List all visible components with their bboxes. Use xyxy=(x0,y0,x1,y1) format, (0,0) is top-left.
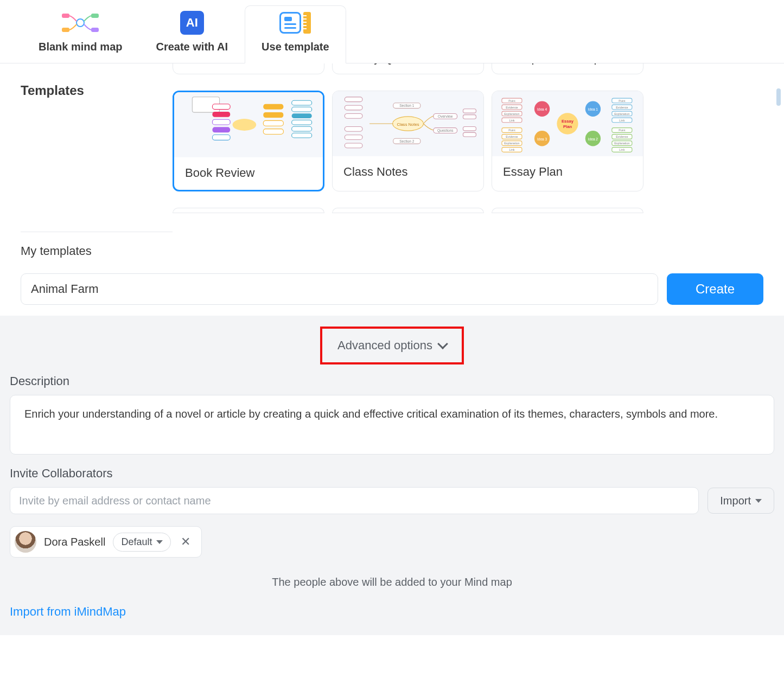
svg-text:Explanation: Explanation xyxy=(614,142,629,145)
svg-rect-21 xyxy=(292,133,312,138)
template-card[interactable] xyxy=(332,208,484,213)
svg-text:Point: Point xyxy=(619,99,626,103)
svg-text:Idea 3: Idea 3 xyxy=(537,137,547,141)
template-card-class-notes[interactable]: Class Notes Section 1 Section 2 Overview… xyxy=(332,91,484,191)
svg-point-6 xyxy=(233,119,257,131)
divider xyxy=(21,232,173,232)
description-textarea[interactable]: Enrich your understanding of a novel or … xyxy=(10,395,774,455)
svg-rect-36 xyxy=(345,135,362,140)
collaborator-name: Dora Paskell xyxy=(44,536,105,548)
svg-text:Explanation: Explanation xyxy=(504,142,519,145)
svg-text:Class Notes: Class Notes xyxy=(397,122,419,127)
svg-rect-15 xyxy=(263,129,283,135)
advanced-options-label: Advanced options xyxy=(337,338,432,353)
template-card-book-review[interactable]: Book Review xyxy=(173,91,324,191)
tab-create-with-ai[interactable]: AI Create with AI xyxy=(139,5,245,63)
svg-text:Explanation: Explanation xyxy=(504,112,519,116)
svg-text:Section 2: Section 2 xyxy=(399,139,415,143)
svg-rect-39 xyxy=(463,115,476,119)
template-card[interactable]: 8-Step Leadership D... xyxy=(492,63,643,74)
svg-rect-38 xyxy=(463,109,476,113)
creation-tabs: Blank mind map AI Create with AI Use tem… xyxy=(0,0,784,63)
svg-text:Evidence: Evidence xyxy=(616,106,628,109)
template-card-label: Class Notes xyxy=(333,156,483,189)
template-thumb xyxy=(174,92,323,157)
svg-rect-19 xyxy=(292,120,312,125)
tab-label: Blank mind map xyxy=(39,41,122,53)
ai-icon: AI xyxy=(180,11,204,34)
svg-rect-33 xyxy=(345,105,362,110)
svg-rect-35 xyxy=(345,126,362,131)
svg-rect-41 xyxy=(463,132,476,137)
svg-text:Explanation: Explanation xyxy=(614,112,629,116)
svg-rect-2 xyxy=(62,28,69,32)
svg-text:Overview: Overview xyxy=(438,114,453,118)
advanced-options-toggle[interactable]: Advanced options xyxy=(320,327,464,364)
template-card-label: 6 Daily Questions xyxy=(333,63,483,74)
svg-rect-1 xyxy=(62,14,69,18)
role-dropdown[interactable]: Default xyxy=(113,533,171,552)
template-thumb: Essay Plan Idea 4 Idea 3 Idea 1 Idea 2 P… xyxy=(492,91,643,156)
svg-text:Essay: Essay xyxy=(562,119,574,124)
description-label: Description xyxy=(10,374,774,388)
tab-label: Create with AI xyxy=(156,41,228,53)
svg-rect-18 xyxy=(292,113,312,118)
tab-blank-mind-map[interactable]: Blank mind map xyxy=(22,5,139,63)
caret-down-icon xyxy=(156,540,163,544)
svg-rect-13 xyxy=(263,112,283,118)
svg-rect-11 xyxy=(212,135,230,140)
svg-rect-16 xyxy=(292,100,312,105)
template-card-essay-plan[interactable]: Essay Plan Idea 4 Idea 3 Idea 1 Idea 2 P… xyxy=(492,91,643,191)
scrollbar-thumb[interactable] xyxy=(776,88,781,106)
svg-rect-14 xyxy=(263,120,283,126)
tab-label: Use template xyxy=(262,41,329,53)
svg-text:Evidence: Evidence xyxy=(506,106,518,109)
svg-rect-3 xyxy=(91,14,99,18)
import-label: Import xyxy=(720,495,751,507)
template-card[interactable]: 6 Daily Questions xyxy=(332,63,484,74)
svg-rect-37 xyxy=(345,143,362,148)
templates-heading: Templates xyxy=(21,83,173,98)
template-card-label: Essay Plan xyxy=(492,156,643,189)
svg-text:Section 1: Section 1 xyxy=(399,104,415,107)
svg-text:Point: Point xyxy=(508,99,515,103)
tab-use-template[interactable]: Use template xyxy=(245,5,346,63)
svg-text:Point: Point xyxy=(619,129,626,132)
template-card[interactable] xyxy=(173,208,324,213)
svg-text:Point: Point xyxy=(508,129,515,132)
svg-rect-8 xyxy=(212,112,230,117)
svg-point-0 xyxy=(77,19,84,27)
avatar xyxy=(15,531,36,553)
template-thumb: Class Notes Section 1 Section 2 Overview… xyxy=(333,91,483,156)
mindmap-icon xyxy=(59,11,102,34)
svg-text:Link: Link xyxy=(619,148,624,151)
svg-text:Questions: Questions xyxy=(437,129,454,133)
svg-text:Idea 4: Idea 4 xyxy=(537,107,547,111)
svg-rect-20 xyxy=(292,126,312,131)
template-card-label: Book Review xyxy=(174,157,323,190)
svg-text:Idea 2: Idea 2 xyxy=(588,137,598,141)
import-from-imindmap-link[interactable]: Import from iMindMap xyxy=(10,605,126,619)
collaborator-chip: Dora Paskell Default ✕ xyxy=(10,526,202,558)
svg-rect-34 xyxy=(345,113,362,118)
template-card[interactable] xyxy=(492,208,643,213)
remove-collaborator-button[interactable]: ✕ xyxy=(179,535,193,549)
import-button[interactable]: Import xyxy=(707,488,774,514)
svg-rect-40 xyxy=(463,126,476,131)
template-card-label: 20 Bad Habits of Int... xyxy=(173,63,324,74)
mindmap-name-input[interactable] xyxy=(21,273,658,305)
svg-text:Evidence: Evidence xyxy=(506,135,518,138)
my-templates-heading[interactable]: My templates xyxy=(21,244,173,258)
svg-text:Link: Link xyxy=(509,148,514,151)
svg-rect-7 xyxy=(212,104,230,110)
template-card[interactable]: 20 Bad Habits of Int... xyxy=(173,63,324,74)
template-grid: 20 Bad Habits of Int... 6 Daily Question… xyxy=(173,63,774,213)
svg-rect-17 xyxy=(292,107,312,112)
template-card-label: 8-Step Leadership D... xyxy=(492,63,643,74)
create-button[interactable]: Create xyxy=(667,273,763,305)
template-icon xyxy=(279,11,311,34)
invite-input[interactable] xyxy=(10,487,699,514)
svg-rect-12 xyxy=(263,104,283,110)
svg-rect-9 xyxy=(212,119,230,125)
svg-rect-4 xyxy=(91,28,99,32)
